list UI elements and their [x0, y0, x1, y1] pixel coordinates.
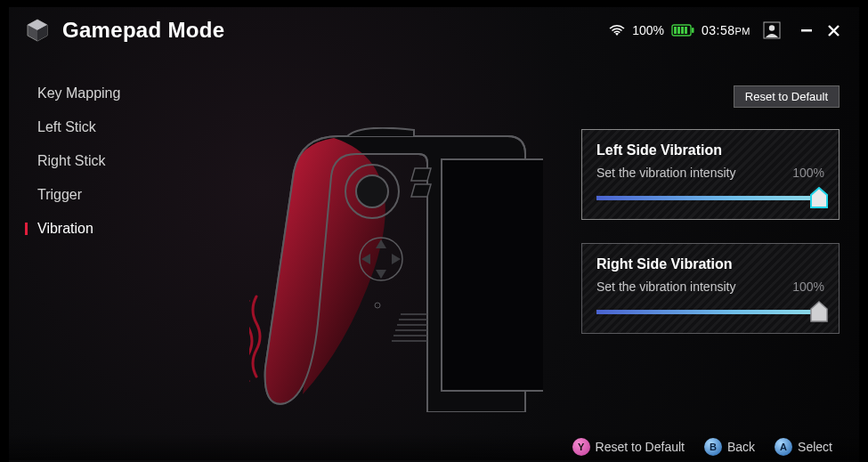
svg-rect-12	[442, 159, 543, 391]
svg-rect-11	[801, 29, 812, 32]
wifi-icon	[609, 24, 625, 36]
battery-pct-label: 100%	[632, 23, 664, 37]
svg-point-13	[345, 165, 399, 218]
sidebar: Key Mapping Left Stick Right Stick Trigg…	[30, 78, 164, 247]
right-vibration-value: 100%	[792, 280, 824, 294]
sidebar-item-left-stick[interactable]: Left Stick	[30, 112, 164, 142]
b-button-icon: B	[704, 438, 722, 456]
header: Gamepad Mode 100%	[9, 7, 859, 53]
svg-point-22	[375, 303, 380, 308]
svg-rect-4	[674, 27, 677, 34]
svg-rect-8	[692, 28, 694, 33]
sidebar-item-label: Trigger	[37, 187, 82, 202]
hint-back: B Back	[704, 438, 755, 456]
svg-rect-5	[677, 27, 680, 34]
left-vibration-slider[interactable]	[596, 190, 824, 203]
a-button-icon: A	[775, 438, 792, 456]
sidebar-item-key-mapping[interactable]: Key Mapping	[30, 78, 164, 109]
profile-icon[interactable]	[763, 21, 781, 39]
status-area: 100% 03:58PM	[609, 20, 843, 40]
sidebar-item-label: Key Mapping	[37, 85, 120, 101]
card-desc: Set the vibration intensity	[596, 166, 735, 180]
left-vibration-value: 100%	[792, 166, 824, 180]
close-button[interactable]	[823, 20, 843, 40]
minimize-button[interactable]	[797, 20, 816, 40]
sidebar-item-vibration[interactable]: Vibration	[30, 214, 164, 244]
hint-select: A Select	[775, 438, 832, 456]
sidebar-item-label: Left Stick	[37, 119, 96, 134]
slider-thumb[interactable]	[810, 301, 828, 322]
sidebar-item-right-stick[interactable]: Right Stick	[30, 146, 164, 176]
sidebar-item-label: Vibration	[37, 221, 93, 236]
card-title: Left Side Vibration	[596, 142, 824, 158]
svg-point-15	[360, 238, 402, 280]
svg-point-14	[356, 175, 388, 207]
settings-panel: Reset to Default Left Side Vibration Set…	[581, 85, 840, 357]
card-desc: Set the vibration intensity	[596, 280, 735, 294]
clock-ampm: PM	[735, 26, 751, 36]
svg-rect-7	[685, 27, 687, 34]
battery-icon	[671, 24, 694, 36]
hint-label: Select	[798, 440, 832, 454]
card-title: Right Side Vibration	[596, 256, 824, 272]
reset-to-default-button[interactable]: Reset to Default	[734, 85, 840, 108]
page-title: Gamepad Mode	[62, 18, 224, 43]
footer-hints: Y Reset to Default B Back A Select	[9, 434, 859, 460]
svg-rect-6	[681, 27, 684, 34]
app-logo-icon	[25, 18, 50, 43]
slider-thumb[interactable]	[810, 187, 828, 208]
sidebar-item-trigger[interactable]: Trigger	[30, 180, 164, 210]
svg-point-10	[769, 25, 775, 30]
right-vibration-slider[interactable]	[596, 304, 824, 317]
sidebar-item-label: Right Stick	[37, 153, 105, 168]
slider-track	[596, 310, 824, 314]
hint-label: Reset to Default	[596, 440, 685, 454]
right-vibration-card[interactable]: Right Side Vibration Set the vibration i…	[581, 243, 840, 334]
left-vibration-card[interactable]: Left Side Vibration Set the vibration in…	[581, 129, 840, 220]
device-illustration	[249, 127, 543, 412]
app-window: Gamepad Mode 100%	[9, 7, 859, 462]
clock: 03:58PM	[702, 23, 750, 37]
hint-label: Back	[727, 440, 755, 454]
y-button-icon: Y	[572, 438, 590, 456]
hint-reset: Y Reset to Default	[572, 438, 685, 456]
clock-time: 03:58	[702, 23, 735, 37]
slider-track	[596, 196, 824, 200]
